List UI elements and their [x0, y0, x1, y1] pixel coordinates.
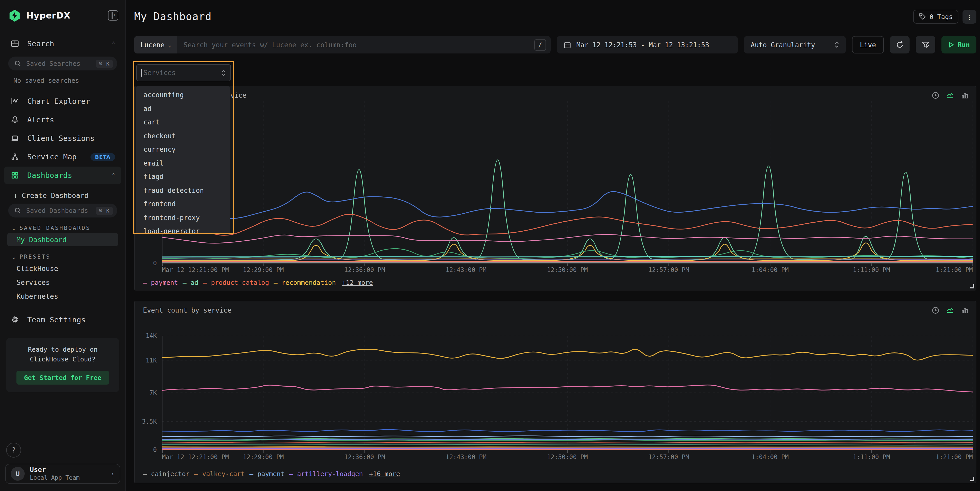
sidebar-item-chart-explorer[interactable]: Chart Explorer — [4, 92, 121, 110]
legend-label[interactable]: cainjector — [151, 470, 190, 478]
panel-actions — [932, 92, 969, 99]
sidebar-item-label: Chart Explorer — [27, 97, 90, 105]
refresh-button[interactable] — [890, 36, 910, 54]
chart-series-line — [162, 259, 973, 259]
line-chart-icon[interactable] — [946, 92, 954, 99]
sidebar-item-client-sessions[interactable]: Client Sessions — [4, 130, 121, 147]
sidebar-item-search[interactable]: Search ⌃ — [4, 35, 121, 52]
list-item[interactable]: Kubernetes — [7, 289, 118, 303]
legend-swatch: — — [143, 279, 146, 286]
service-option[interactable]: ad — [136, 102, 230, 116]
clock-icon[interactable] — [932, 92, 939, 99]
sidebar-item-team-settings[interactable]: Team Settings — [4, 311, 121, 329]
chart-panel-event-count: Event count by service 03.5K7K11K14K Mar… — [134, 301, 977, 483]
main-content: My Dashboard 0 Tags ⋮ Lucene ⌄ / — [126, 0, 980, 491]
toolbar: Lucene ⌄ / 1 Mar 12 12:21:53 - Mar 12 13… — [134, 36, 977, 54]
filter-button[interactable] — [916, 36, 935, 54]
legend-label[interactable]: payment — [257, 470, 284, 478]
stage: HyperDX Search ⌃ ⌘ K No sa — [0, 0, 980, 491]
get-started-button[interactable]: Get Started for Free — [16, 371, 109, 385]
granularity-select[interactable]: Auto Granularity — [744, 36, 846, 54]
group-label: SAVED DASHBOARDS — [19, 225, 91, 231]
legend-more-link[interactable]: +12 more — [342, 279, 373, 286]
list-item[interactable]: My Dashboard — [7, 233, 118, 246]
legend-label[interactable]: recommendation — [282, 279, 336, 286]
service-option[interactable]: flagd — [136, 170, 230, 184]
user-name: User — [30, 466, 80, 474]
service-option[interactable]: checkout — [136, 129, 230, 143]
help-icon[interactable]: ? — [6, 443, 21, 458]
chevron-down-icon: ⌄ — [12, 254, 16, 260]
plot-area[interactable] — [162, 101, 973, 263]
clickhouse-cloud-card: Ready to deploy on ClickHouse Cloud? Get… — [6, 338, 119, 392]
panel-actions — [932, 307, 969, 314]
sidebar-item-label: Service Map — [27, 153, 76, 161]
sidebar-item-service-map[interactable]: Service Map BETA — [4, 148, 121, 165]
saved-dashboards-list: My Dashboard — [4, 233, 121, 246]
time-range-picker[interactable]: 1 Mar 12 12:21:53 - Mar 12 13:21:53 — [557, 36, 738, 54]
chevron-up-icon[interactable]: ⌃ — [112, 172, 115, 179]
service-option[interactable]: load-generator — [136, 225, 230, 234]
event-search-input[interactable] — [177, 36, 534, 54]
language-select[interactable]: Lucene ⌄ — [134, 36, 177, 54]
service-option[interactable]: accounting — [136, 89, 230, 102]
sidebar-item-label: Client Sessions — [27, 134, 95, 142]
service-option[interactable]: currency — [136, 143, 230, 157]
saved-dashboards-input[interactable] — [25, 206, 92, 215]
list-item[interactable]: ClickHouse — [7, 262, 118, 275]
granularity-label: Auto Granularity — [751, 41, 815, 49]
chart-explorer-icon — [10, 97, 19, 106]
legend-label[interactable]: product-catalog — [211, 279, 269, 286]
live-button[interactable]: Live — [852, 36, 884, 54]
sidebar-item-alerts[interactable]: Alerts — [4, 111, 121, 129]
sidebar-nav: Search ⌃ ⌘ K No saved searches Chart Exp… — [0, 22, 126, 329]
bar-chart-icon[interactable] — [961, 92, 969, 99]
sidebar-item-dashboards[interactable]: Dashboards ⌃ — [4, 167, 121, 184]
legend-swatch: — — [274, 279, 277, 286]
x-tick-label: 12:29:00 PM — [243, 266, 284, 273]
refresh-icon — [896, 41, 904, 49]
x-tick-label: 12:50:00 PM — [547, 453, 588, 461]
legend-swatch: — — [289, 470, 293, 478]
search-icon — [14, 207, 21, 214]
service-option[interactable]: email — [136, 157, 230, 170]
saved-dashboards-group-header[interactable]: ⌄ SAVED DASHBOARDS — [4, 218, 121, 232]
legend-swatch: — — [194, 470, 198, 478]
resize-handle[interactable] — [970, 477, 974, 481]
line-chart-icon[interactable] — [946, 307, 954, 314]
event-search-group: Lucene ⌄ / — [134, 36, 550, 54]
plot-area[interactable] — [162, 336, 973, 450]
x-tick-label: 12:43:00 PM — [445, 453, 487, 461]
kebab-menu-button[interactable]: ⋮ — [963, 10, 977, 24]
x-tick-label: Mar 12 12:21:00 PM — [162, 453, 229, 461]
bar-chart-icon[interactable] — [961, 307, 969, 314]
x-tick-label: 12:57:00 PM — [648, 453, 689, 461]
legend-label[interactable]: payment — [151, 279, 178, 286]
legend-label[interactable]: artillery-loadgen — [297, 470, 363, 478]
service-option[interactable]: cart — [136, 116, 230, 129]
list-item[interactable]: Services — [7, 276, 118, 289]
service-option[interactable]: fraud-detection — [136, 184, 230, 197]
clock-icon[interactable] — [932, 307, 939, 314]
run-button[interactable]: Run — [942, 36, 977, 54]
funnel-icon — [921, 41, 930, 49]
bell-icon — [10, 115, 19, 124]
resize-handle[interactable] — [970, 284, 974, 288]
user-card[interactable]: U User Local App Team › — [5, 464, 120, 484]
tags-button[interactable]: 0 Tags — [913, 10, 958, 24]
chart-series-line — [162, 192, 973, 219]
sidebar-collapse-icon[interactable] — [108, 10, 118, 21]
service-option[interactable]: frontend — [136, 197, 230, 211]
create-dashboard-button[interactable]: + Create Dashboard — [4, 184, 121, 200]
service-option[interactable]: frontend-proxy — [136, 211, 230, 225]
table-icon — [10, 39, 19, 48]
legend-label[interactable]: ad — [191, 279, 199, 286]
services-select-input[interactable] — [142, 68, 221, 77]
no-saved-searches-text: No saved searches — [4, 70, 121, 85]
legend-label[interactable]: valkey-cart — [202, 470, 245, 478]
presets-group-header[interactable]: ⌄ PRESETS — [4, 246, 121, 261]
saved-searches-input[interactable] — [25, 59, 92, 68]
legend-more-link[interactable]: +16 more — [369, 470, 400, 478]
chevron-up-icon[interactable]: ⌃ — [112, 40, 115, 47]
time-range-label: Mar 12 12:21:53 - Mar 12 13:21:53 — [576, 41, 709, 49]
